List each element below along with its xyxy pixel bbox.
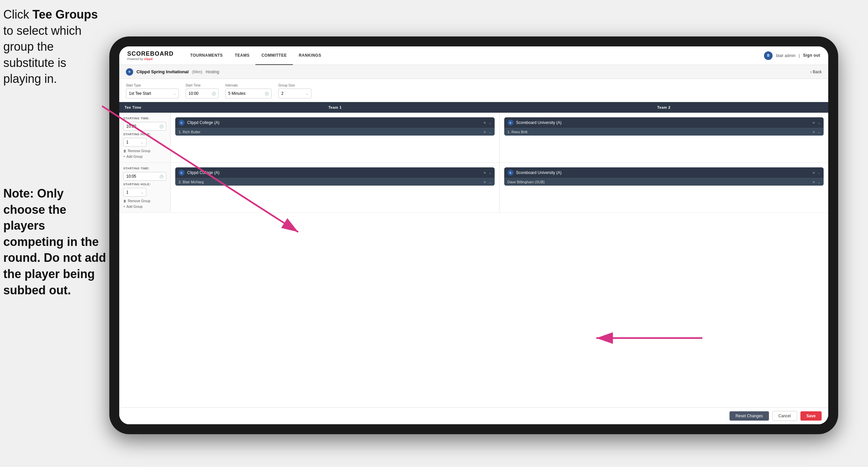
team-chevron-2-2: ⌄ (818, 171, 820, 175)
starting-hole-label-2: STARTING HOLE: (123, 183, 166, 186)
user-name: blair admin (776, 53, 796, 58)
sub-header-left: B Clippd Spring Invitational (Men) Hosti… (126, 68, 810, 76)
cancel-button[interactable]: Cancel (772, 411, 797, 421)
add-group-button-2[interactable]: + Add Group (123, 205, 166, 208)
plus-icon-2: + (123, 205, 125, 208)
start-type-input[interactable]: 1st Tee Start ⌄ (126, 88, 179, 98)
team-dot-2-2: S (507, 170, 514, 176)
scoreboard-logo-text: SCOREBOARD (127, 50, 174, 57)
player-name-2-1: 1. Rees Britt (507, 130, 810, 134)
reset-changes-button[interactable]: Reset Changes (730, 411, 769, 420)
start-type-field: Start Type 1st Tee Start ⌄ (126, 84, 179, 98)
intervals-label: Intervals (225, 84, 272, 87)
team-remove-x-2-2[interactable]: ✕ (812, 171, 815, 175)
col-team2: Team 2 (500, 102, 829, 113)
team-card-1-1[interactable]: C Clippd College (A) ✕ ⌄ 1. Rich Butler … (175, 117, 495, 136)
team-chevron-2-1: ⌄ (818, 121, 820, 125)
time-clock-icon: 🕙 (159, 125, 163, 128)
trash-icon-2: 🗑 (123, 199, 127, 203)
table-header: Tee Time Team 1 Team 2 (119, 102, 828, 113)
nav-teams[interactable]: TEAMS (229, 47, 256, 65)
group-size-field: Group Size 2 ⌄ (278, 84, 311, 98)
tee-table: Tee Time Team 1 Team 2 STARTING TIME: 10… (119, 102, 828, 407)
team-card-2-2[interactable]: S Scoreboard University (A) ✕ ⌄ Dave Bil… (504, 167, 824, 185)
team2-panel-1: S Scoreboard University (A) ✕ ⌄ 1. Rees … (500, 113, 829, 163)
player-chevron-2-1: ⌄ (818, 130, 820, 134)
player-row-2-2: Dave Billingham (SUB) ✕ ⌄ (504, 178, 824, 185)
player-name-2-2: Dave Billingham (SUB) (507, 180, 810, 184)
col-team1: Team 1 (170, 102, 500, 113)
save-button[interactable]: Save (800, 411, 822, 420)
remove-group-button-1[interactable]: 🗑 Remove Group (123, 149, 166, 153)
player-remove-x-1-1[interactable]: ✕ (483, 130, 486, 134)
note-text: Note: Only choose the players competing … (3, 185, 106, 298)
team-name-2-2: Scoreboard University (A) (516, 170, 810, 175)
player-remove-x-2-1[interactable]: ✕ (812, 130, 815, 134)
player-remove-x-2-2[interactable]: ✕ (812, 180, 815, 184)
starting-time-label-2: STARTING TIME: (123, 167, 166, 170)
intervals-input[interactable]: 5 Minutes 🕙 (225, 88, 272, 98)
starting-hole-input-2[interactable]: 1 ⌄ (123, 188, 147, 197)
start-time-icon: 🕙 (212, 92, 216, 95)
sub-header: B Clippd Spring Invitational (Men) Hosti… (119, 65, 828, 79)
start-time-input[interactable]: 10:00 🕙 (186, 88, 219, 98)
starting-time-input-1[interactable]: 10:00 🕙 (123, 122, 166, 130)
team-remove-x-1-1[interactable]: ✕ (483, 121, 486, 125)
add-group-button-1[interactable]: + Add Group (123, 155, 166, 158)
avatar: B (764, 51, 773, 60)
player-chevron-1-1: ⌄ (489, 130, 491, 134)
team-dot-1-2: C (179, 170, 185, 176)
start-type-spinner: ⌄ (173, 92, 176, 95)
player-row-2-1: 1. Rees Britt ✕ ⌄ (504, 128, 824, 136)
settings-row: Start Type 1st Tee Start ⌄ Start Time 10… (119, 79, 828, 102)
start-time-field: Start Time 10:00 🕙 (186, 84, 219, 98)
starting-hole-label-1: STARTING HOLE: (123, 133, 166, 136)
player-chevron-2-2: ⌄ (818, 180, 820, 184)
nav-links: TOURNAMENTS TEAMS COMMITTEE RANKINGS (184, 47, 764, 65)
nav-committee[interactable]: COMMITTEE (255, 47, 293, 65)
group-size-spinner: ⌄ (306, 92, 308, 95)
sign-out-link[interactable]: Sign out (803, 53, 820, 58)
team-card-1-2[interactable]: C Clippd College (A) ✕ ⌄ 2. Blair McHarg… (175, 167, 495, 185)
team1-panel-1: C Clippd College (A) ✕ ⌄ 1. Rich Butler … (170, 113, 500, 163)
player-row-1-1: 1. Rich Butler ✕ ⌄ (175, 128, 495, 136)
team-chevron-1-2: ⌄ (489, 171, 491, 175)
powered-by-text: Powered by clippd (127, 57, 174, 61)
team-card-2-1[interactable]: S Scoreboard University (A) ✕ ⌄ 1. Rees … (504, 117, 824, 136)
team-remove-x-1-2[interactable]: ✕ (483, 171, 486, 175)
player-remove-x-1-2[interactable]: ✕ (483, 180, 486, 184)
player-name-1-2: 2. Blair McHarg (179, 180, 481, 184)
logo: SCOREBOARD Powered by clippd (127, 50, 174, 61)
tournament-name: Clippd Spring Invitational (136, 69, 188, 74)
back-button[interactable]: ‹ Back (810, 69, 822, 74)
group-left-1: STARTING TIME: 10:00 🕙 STARTING HOLE: 1 … (119, 113, 170, 163)
bottom-bar: Reset Changes Cancel Save (119, 407, 828, 424)
trash-icon: 🗑 (123, 149, 127, 153)
team-name-2-1: Scoreboard University (A) (516, 120, 810, 125)
start-type-label: Start Type (126, 84, 179, 87)
tablet-frame: SCOREBOARD Powered by clippd TOURNAMENTS… (109, 36, 838, 434)
time-clock-icon-2: 🕙 (159, 175, 163, 178)
gender-badge: (Men) (192, 69, 202, 74)
player-name-1-1: 1. Rich Butler (179, 130, 481, 134)
hosting-label: Hosting (206, 69, 219, 74)
team-card-header-2-2: S Scoreboard University (A) ✕ ⌄ (504, 167, 824, 178)
nav-rankings[interactable]: RANKINGS (293, 47, 327, 65)
pipe-separator: | (799, 53, 800, 58)
team-dot-1-1: C (179, 120, 185, 126)
team1-panel-2: C Clippd College (A) ✕ ⌄ 2. Blair McHarg… (170, 163, 500, 212)
starting-hole-input-1[interactable]: 1 ⌄ (123, 138, 147, 146)
remove-group-button-2[interactable]: 🗑 Remove Group (123, 199, 166, 203)
hole-spinner-1: ⌄ (141, 141, 144, 144)
team-remove-x-2-1[interactable]: ✕ (812, 121, 815, 125)
col-tee-time: Tee Time (119, 102, 170, 113)
group-size-input[interactable]: 2 ⌄ (278, 88, 311, 98)
team-chevron-1-1: ⌄ (489, 121, 491, 125)
starting-time-input-2[interactable]: 10:05 🕙 (123, 172, 166, 181)
navbar: SCOREBOARD Powered by clippd TOURNAMENTS… (119, 47, 828, 65)
team-card-header-1-1: C Clippd College (A) ✕ ⌄ (175, 117, 495, 128)
player-row-1-2: 2. Blair McHarg ✕ ⌄ (175, 178, 495, 185)
nav-tournaments[interactable]: TOURNAMENTS (184, 47, 229, 65)
start-time-label: Start Time (186, 84, 219, 87)
team-dot-2-1: S (507, 120, 514, 126)
